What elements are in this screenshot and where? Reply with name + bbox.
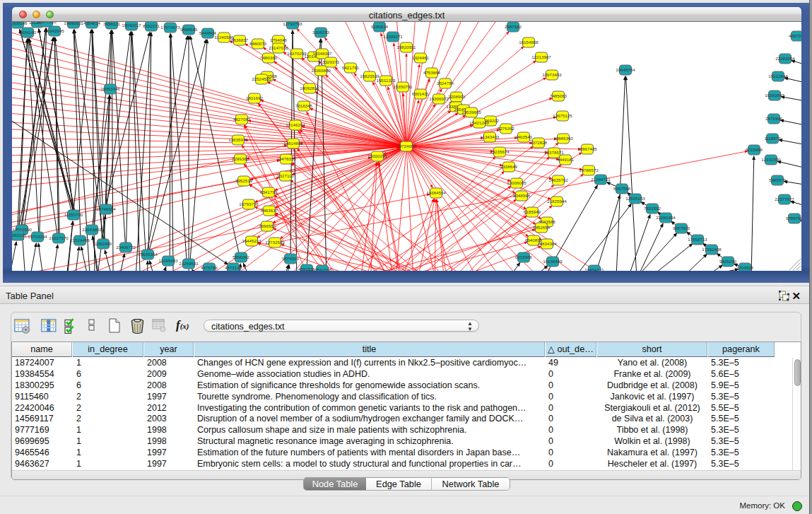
svg-text:15350791: 15350791 bbox=[393, 84, 413, 89]
svg-text:23378571: 23378571 bbox=[544, 150, 564, 155]
svg-text:13975125: 13975125 bbox=[553, 113, 572, 118]
svg-text:7485063: 7485063 bbox=[550, 93, 567, 98]
svg-text:15703034: 15703034 bbox=[28, 234, 47, 239]
svg-text:2479306: 2479306 bbox=[765, 116, 783, 121]
svg-text:21842645: 21842645 bbox=[45, 28, 64, 33]
svg-text:19306972: 19306972 bbox=[429, 96, 449, 101]
svg-text:12732589: 12732589 bbox=[265, 240, 285, 245]
svg-text:23259631: 23259631 bbox=[179, 261, 199, 266]
svg-text:13235674: 13235674 bbox=[490, 149, 510, 154]
svg-text:13835970: 13835970 bbox=[228, 137, 248, 142]
svg-text:12867485: 12867485 bbox=[577, 146, 597, 151]
svg-text:9857829: 9857829 bbox=[673, 226, 690, 230]
svg-text:5276362: 5276362 bbox=[498, 126, 515, 131]
svg-text:12146294: 12146294 bbox=[286, 122, 305, 127]
svg-text:19890931: 19890931 bbox=[64, 22, 83, 25]
svg-text:2403543: 2403543 bbox=[515, 134, 533, 139]
svg-text:22283054: 22283054 bbox=[775, 56, 795, 61]
svg-text:9196824: 9196824 bbox=[371, 24, 389, 29]
svg-text:23409770: 23409770 bbox=[116, 245, 136, 250]
svg-text:10365880: 10365880 bbox=[311, 68, 331, 73]
svg-text:18092818: 18092818 bbox=[300, 86, 319, 90]
svg-text:1794046: 1794046 bbox=[270, 37, 288, 42]
svg-text:9952514: 9952514 bbox=[235, 178, 253, 183]
svg-text:3329373: 3329373 bbox=[322, 59, 340, 64]
svg-text:1324461: 1324461 bbox=[412, 55, 430, 60]
svg-text:21294721: 21294721 bbox=[591, 177, 611, 182]
svg-text:12710793: 12710793 bbox=[283, 22, 302, 26]
svg-text:3524764: 3524764 bbox=[437, 81, 454, 86]
svg-text:9372828: 9372828 bbox=[530, 140, 548, 145]
svg-text:22943803: 22943803 bbox=[82, 227, 102, 232]
svg-text:12213967: 12213967 bbox=[531, 54, 551, 59]
svg-text:23147038: 23147038 bbox=[269, 45, 288, 50]
svg-text:8152271: 8152271 bbox=[143, 23, 160, 28]
svg-text:8067558: 8067558 bbox=[613, 186, 631, 191]
svg-text:7018345: 7018345 bbox=[295, 103, 313, 108]
svg-text:9426230: 9426230 bbox=[719, 259, 737, 264]
svg-text:13006085: 13006085 bbox=[507, 180, 526, 185]
svg-text:3308253: 3308253 bbox=[312, 30, 330, 35]
svg-text:15212844: 15212844 bbox=[768, 74, 788, 78]
svg-text:20053346: 20053346 bbox=[100, 86, 120, 91]
svg-text:12192300: 12192300 bbox=[761, 157, 781, 162]
svg-text:19511323: 19511323 bbox=[376, 78, 396, 83]
svg-text:19040017: 19040017 bbox=[122, 23, 141, 28]
svg-text:4097022: 4097022 bbox=[789, 33, 801, 38]
svg-text:19227370: 19227370 bbox=[49, 235, 69, 240]
svg-text:21524499: 21524499 bbox=[70, 238, 90, 243]
svg-text:9789760: 9789760 bbox=[786, 216, 801, 221]
svg-text:9327110: 9327110 bbox=[277, 173, 294, 178]
svg-text:18300295: 18300295 bbox=[367, 153, 387, 158]
svg-text:7696552: 7696552 bbox=[259, 223, 276, 228]
svg-text:6341793: 6341793 bbox=[260, 189, 278, 194]
svg-text:23886360: 23886360 bbox=[553, 136, 573, 141]
svg-text:7480360: 7480360 bbox=[260, 55, 278, 60]
svg-text:14814801: 14814801 bbox=[283, 141, 303, 146]
svg-text:5506062: 5506062 bbox=[233, 255, 250, 259]
svg-text:6001431: 6001431 bbox=[412, 91, 430, 96]
svg-text:19539665: 19539665 bbox=[461, 110, 481, 115]
svg-text:16377510: 16377510 bbox=[37, 22, 57, 24]
svg-text:14834304: 14834304 bbox=[537, 241, 557, 246]
svg-text:10973493: 10973493 bbox=[542, 72, 562, 77]
svg-text:4873143: 4873143 bbox=[225, 265, 242, 270]
svg-text:4475786: 4475786 bbox=[201, 265, 218, 270]
svg-text:2687682: 2687682 bbox=[505, 24, 522, 29]
svg-text:10348367: 10348367 bbox=[312, 51, 332, 56]
svg-text:19384554: 19384554 bbox=[426, 190, 446, 195]
svg-text:11045483: 11045483 bbox=[158, 258, 178, 263]
svg-text:6185949: 6185949 bbox=[524, 209, 541, 214]
svg-text:10454171: 10454171 bbox=[584, 267, 604, 271]
svg-text:22524555: 22524555 bbox=[252, 76, 271, 81]
svg-text:14635762: 14635762 bbox=[548, 177, 568, 182]
svg-text:6452654: 6452654 bbox=[533, 225, 551, 230]
svg-text:8048998: 8048998 bbox=[513, 193, 531, 198]
svg-text:10648764: 10648764 bbox=[616, 67, 635, 72]
svg-text:10138489: 10138489 bbox=[543, 259, 563, 264]
svg-text:2338649: 2338649 bbox=[500, 164, 518, 169]
svg-text:5389579: 5389579 bbox=[769, 177, 787, 182]
svg-text:11150790: 11150790 bbox=[64, 212, 83, 217]
svg-text:4449181: 4449181 bbox=[557, 157, 575, 162]
svg-text:11343433: 11343433 bbox=[480, 134, 500, 139]
svg-text:1262499: 1262499 bbox=[95, 241, 112, 246]
svg-text:2208903: 2208903 bbox=[448, 94, 466, 99]
svg-text:2704528: 2704528 bbox=[736, 265, 754, 270]
svg-text:6293105: 6293105 bbox=[12, 233, 27, 238]
svg-text:17958713: 17958713 bbox=[688, 237, 707, 242]
svg-text:1118973: 1118973 bbox=[764, 136, 781, 141]
svg-text:13399271: 13399271 bbox=[383, 34, 403, 39]
svg-text:17974673: 17974673 bbox=[160, 25, 180, 30]
svg-text:19786573: 19786573 bbox=[579, 168, 599, 173]
svg-text:15421249: 15421249 bbox=[469, 120, 489, 125]
svg-text:6215966: 6215966 bbox=[515, 255, 533, 259]
svg-text:22377977: 22377977 bbox=[775, 197, 794, 201]
svg-text:3458221: 3458221 bbox=[103, 22, 121, 26]
svg-text:3434143: 3434143 bbox=[19, 30, 37, 35]
svg-text:4753864: 4753864 bbox=[423, 70, 441, 75]
svg-text:16445213: 16445213 bbox=[242, 238, 261, 243]
svg-text:9874003: 9874003 bbox=[282, 256, 300, 261]
svg-text:1831692: 1831692 bbox=[246, 95, 264, 100]
svg-text:17392408: 17392408 bbox=[702, 247, 722, 252]
